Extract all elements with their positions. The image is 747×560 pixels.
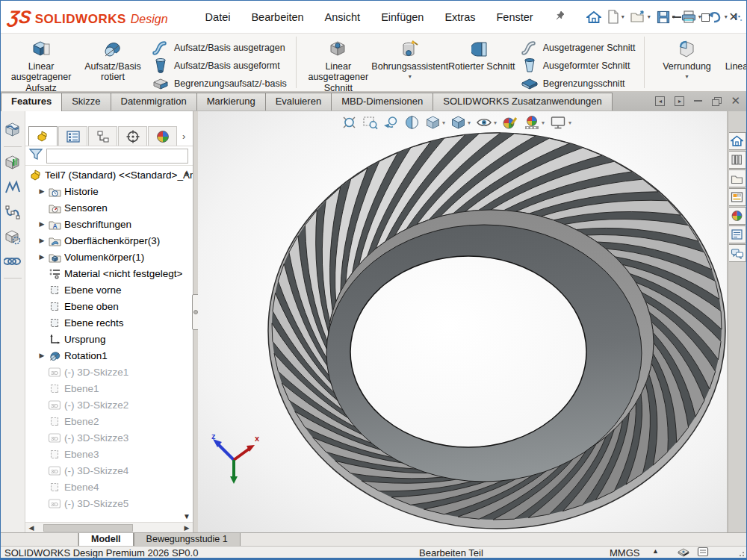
ribbon-button-ausgetragener-schnitt[interactable]: Ausgetragener Schnitt <box>518 39 639 57</box>
tree-item-rotation1[interactable]: ▶Rotation1 <box>25 347 193 364</box>
file-explorer-button[interactable] <box>729 169 746 187</box>
tree-item-beschriftungen[interactable]: ▶ABeschriftungen <box>25 216 193 232</box>
tree-expand-arrow[interactable]: ▶ <box>36 352 48 359</box>
doc-minimize-button[interactable] <box>694 100 702 102</box>
tree-scroll-down-arrow[interactable]: ▼ <box>183 512 190 520</box>
view-orientation-dropdown-caret[interactable]: ▾ <box>442 119 445 126</box>
surface-tool-button[interactable] <box>2 119 23 141</box>
open-folder-dropdown-caret[interactable]: ▾ <box>648 13 651 20</box>
spline-tool-button[interactable] <box>2 176 23 199</box>
new-document-button[interactable]: ▾ <box>605 7 627 26</box>
menu-einfgen[interactable]: Einfügen <box>372 7 433 28</box>
ribbon-dropdown-caret[interactable]: ▾ <box>409 73 412 80</box>
ribbon-dropdown-caret[interactable]: ▾ <box>685 73 688 80</box>
menu-datei[interactable]: Datei <box>196 7 240 28</box>
view-settings-dropdown-caret[interactable]: ▾ <box>568 119 571 126</box>
pin-menu-button[interactable] <box>550 7 571 27</box>
note-status-button[interactable] <box>697 547 709 557</box>
hide-show-items-dropdown-caret[interactable]: ▾ <box>494 119 497 126</box>
tree-item-material-nicht-festgelegt[interactable]: Material <nicht festgelegt> <box>25 265 193 281</box>
apply-scene-button[interactable]: ▾ <box>522 113 546 131</box>
panel-tab-dimxpert[interactable] <box>118 126 147 146</box>
tree-root-item[interactable]: Teil7 (Standard) <<Standard>_Anze <box>25 167 193 183</box>
ribbon-button-linear-ausgetragener-aufsatz[interactable]: Linear ausgetragener Aufsatz <box>5 36 77 93</box>
menu-ansicht[interactable]: Ansicht <box>316 7 370 28</box>
tree-item-3d-skizze1[interactable]: 3D(-) 3D-Skizze1 <box>25 364 193 380</box>
resize-grip[interactable] <box>737 550 745 557</box>
panel-tab-appearances[interactable] <box>148 126 177 146</box>
menu-bearbeiten[interactable]: Bearbeiten <box>242 7 312 28</box>
custom-properties-button[interactable] <box>729 225 746 243</box>
view-settings-button[interactable]: ▾ <box>548 113 573 131</box>
hscroll-left-arrow[interactable]: ◀ <box>25 524 37 532</box>
ribbon-button-ausgeformter-schnitt[interactable]: Ausgeformter Schnitt <box>518 57 639 75</box>
menu-fenster[interactable]: Fenster <box>488 7 542 28</box>
sketch3d-tool-button[interactable] <box>2 225 23 248</box>
graphics-viewport[interactable]: ▾▾▾▾▾ z x <box>198 111 728 532</box>
tree-item-ebene4[interactable]: Ebene4 <box>25 479 193 495</box>
close-button[interactable]: ✕ <box>728 12 739 22</box>
tree-item-volumenk-rper-1[interactable]: ▶Volumenkörper(1) <box>25 249 193 265</box>
zoom-fit-button[interactable] <box>340 113 359 131</box>
units-dropdown-caret[interactable]: ▲ <box>652 547 659 555</box>
tree-item-3d-skizze3[interactable]: 3D(-) 3D-Skizze3 <box>25 429 193 446</box>
tab-solidworks-zusatzanwendungen[interactable]: SOLIDWORKS Zusatzanwendungen <box>433 93 612 111</box>
tree-item-ebene1[interactable]: Ebene1 <box>25 380 193 396</box>
home-button[interactable] <box>584 8 604 26</box>
design-library-button[interactable] <box>729 151 746 169</box>
appearances-scenes-button[interactable] <box>729 207 746 225</box>
display-style-dropdown-caret[interactable]: ▾ <box>468 119 471 126</box>
tree-expand-arrow[interactable]: ▶ <box>36 237 48 244</box>
menu-extras[interactable]: Extras <box>436 7 484 28</box>
zoom-area-button[interactable] <box>361 113 379 131</box>
doc-close-button[interactable]: ✕ <box>731 94 740 108</box>
section-view-button[interactable] <box>403 113 421 131</box>
tree-item-3d-skizze5[interactable]: 3D(-) 3D-Skizze5 <box>25 495 193 511</box>
open-folder-button[interactable]: ▾ <box>628 8 653 25</box>
hide-show-items-button[interactable]: ▾ <box>474 113 498 131</box>
hscroll-right-arrow[interactable]: ▶ <box>181 524 193 532</box>
ribbon-button-begrenzungsaufsatz-basis[interactable]: Begrenzungsaufsatz/-basis <box>149 75 290 93</box>
curve-tool-button[interactable] <box>2 201 23 223</box>
solid-tool-button[interactable] <box>2 152 23 174</box>
gear-model[interactable] <box>198 111 728 532</box>
status-units[interactable]: MMGS <box>610 547 639 559</box>
tree-horizontal-scrollbar[interactable]: ◀ ▶ <box>25 522 193 532</box>
ribbon-button-lineares-muster[interactable]: Lineares Muster▾ <box>722 36 747 80</box>
maximize-button[interactable] <box>700 12 710 22</box>
tree-item-sensoren[interactable]: Sensoren <box>25 199 193 216</box>
forum-button[interactable] <box>729 244 746 262</box>
ribbon-button-begrenzungsschnitt[interactable]: Begrenzungsschnitt <box>518 75 639 93</box>
study-tab-modell[interactable]: Modell <box>78 533 134 546</box>
tree-item-oberfl-chenk-rper-3[interactable]: ▶Oberflächenkörper(3) <box>25 232 193 249</box>
ribbon-button-verrundung[interactable]: Verrundung▾ <box>651 36 722 80</box>
tab-mbd-dimensionen[interactable]: MBD-Dimensionen <box>331 93 433 111</box>
tab-datenmigration[interactable]: Datenmigration <box>111 93 197 111</box>
view-orientation-button[interactable]: ▾ <box>424 113 447 131</box>
tree-filter-input[interactable] <box>46 149 188 164</box>
tab-features[interactable]: Features <box>1 93 62 111</box>
edit-appearance-button[interactable] <box>500 113 520 131</box>
tab-markierung[interactable]: Markierung <box>196 93 266 111</box>
coil-tool-button[interactable] <box>2 250 23 273</box>
tree-item-ebene2[interactable]: Ebene2 <box>25 413 193 429</box>
panel-tab-featuremanager[interactable] <box>28 126 58 146</box>
panel-tab-propertymanager[interactable] <box>58 126 87 146</box>
ribbon-button-aufsatz-basis-ausgetragen[interactable]: Aufsatz/Basis ausgetragen <box>149 39 290 57</box>
minimize-button[interactable] <box>672 12 682 22</box>
tree-item-ebene3[interactable]: Ebene3 <box>25 446 193 462</box>
home-pane-button[interactable] <box>729 132 746 150</box>
ribbon-button-aufsatz-basis-rotiert[interactable]: Aufsatz/Basis rotiert <box>77 36 149 83</box>
ribbon-button-bohrungsassistent[interactable]: Bohrungsassistent▾ <box>374 36 446 80</box>
display-style-button[interactable]: ▾ <box>449 113 472 131</box>
panel-tabs-overflow[interactable]: › <box>179 131 188 142</box>
view-palette-button[interactable] <box>729 188 746 206</box>
doc-restore-button[interactable] <box>712 97 721 105</box>
tree-expand-arrow[interactable]: ▶ <box>36 220 48 228</box>
tree-expand-arrow[interactable]: ▶ <box>36 187 48 195</box>
ribbon-button-rotierter-schnitt[interactable]: Rotierter Schnitt <box>446 36 518 72</box>
previous-view-button[interactable] <box>382 113 400 131</box>
tree-item-ebene-vorne[interactable]: Ebene vorne <box>25 281 193 298</box>
tree-scroll-up-arrow[interactable]: ▲ <box>183 168 190 176</box>
tree-item-historie[interactable]: ▶Historie <box>25 183 193 199</box>
